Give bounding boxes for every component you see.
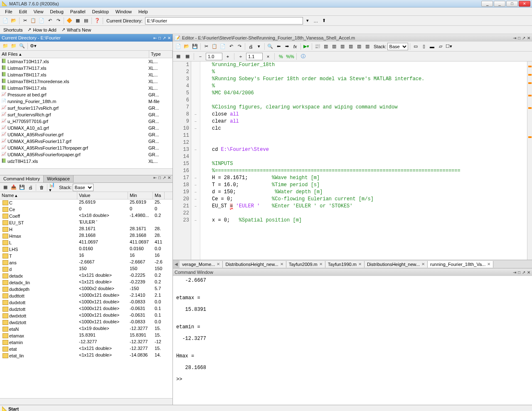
ws-col-max[interactable]: Ma bbox=[153, 192, 165, 199]
ws-row[interactable]: etaN<1x19 double>-12.327715. bbox=[0, 326, 172, 332]
file-row[interactable]: 📄running_Fourier_18th.mM-file bbox=[0, 98, 172, 105]
actions-icon[interactable]: ⚙▾ bbox=[30, 42, 37, 50]
ws-row[interactable]: etat<1x121 double>-12.327715. bbox=[0, 346, 172, 352]
ed-cell4-icon[interactable]: ▥ bbox=[347, 43, 355, 50]
ws-row[interactable]: dudztott<1000x121 double>-0.06310.1 bbox=[0, 306, 172, 313]
ws-row[interactable]: etamax15.839115.839115. bbox=[0, 332, 172, 339]
cmd-content[interactable]: -2.6667 etamax = 15.8391 etamin = -12.32… bbox=[173, 276, 532, 405]
ws-row[interactable]: EU_ST'EULER ' bbox=[0, 219, 172, 226]
editor-tab[interactable]: DistributionsHeight_new...✕ bbox=[365, 261, 428, 268]
col-type[interactable]: Type bbox=[149, 51, 172, 58]
workspace-list[interactable]: C25.691925.691925.Ce000Coeff<1x18 double… bbox=[0, 199, 172, 398]
menu-help[interactable]: Help bbox=[135, 9, 151, 14]
ed-publish-icon[interactable]: 📰 bbox=[314, 43, 321, 50]
start-icon[interactable]: 📐 bbox=[2, 406, 7, 411]
maximize-panel-icon[interactable]: ↗ bbox=[163, 36, 166, 40]
new-var-icon[interactable]: ▦ bbox=[2, 184, 9, 191]
ws-row[interactable]: L411.0697411.0697411 bbox=[0, 239, 172, 246]
ed-dock-icon[interactable]: ⇥ bbox=[513, 36, 516, 40]
minus-icon[interactable]: − bbox=[197, 53, 204, 60]
ed-cell3-icon[interactable]: ▥ bbox=[339, 43, 346, 50]
dir-dropdown-icon[interactable]: ▾ bbox=[304, 17, 311, 25]
cell-eval-icon[interactable]: ▦ bbox=[184, 53, 191, 60]
help-icon[interactable]: ❓ bbox=[94, 17, 101, 25]
new-folder-icon[interactable]: 📁 bbox=[10, 42, 17, 50]
ws-row[interactable]: C25.691925.691925. bbox=[0, 199, 172, 206]
copy-icon[interactable]: 📋 bbox=[30, 17, 37, 25]
dock-icon[interactable]: ⇤ bbox=[153, 36, 157, 40]
whats-new-link[interactable]: ↗ What's New bbox=[62, 27, 91, 32]
import-icon[interactable]: 📥 bbox=[10, 184, 17, 191]
current-dir-input[interactable] bbox=[145, 17, 303, 25]
col-name[interactable]: All Files ▴ bbox=[0, 51, 149, 58]
file-row[interactable]: 📈surf_fourier117vsRich.grfGR... bbox=[0, 105, 172, 111]
profiler-icon[interactable]: ▤ bbox=[82, 17, 90, 25]
info-icon[interactable]: ⓘ bbox=[299, 53, 307, 60]
menu-window[interactable]: Window bbox=[112, 9, 135, 14]
file-row[interactable]: 📗ListmaxT10H117.xlsXL... bbox=[0, 58, 172, 65]
tab-workspace[interactable]: Workspace bbox=[44, 175, 74, 182]
cmd-dock-icon[interactable]: ⇥ bbox=[513, 270, 516, 275]
ws-undock-icon[interactable]: □ bbox=[158, 175, 161, 182]
file-row[interactable]: 📈UDMAX_A95RvsFourier.grfGR... bbox=[0, 131, 172, 138]
ed-cell2-icon[interactable]: ▥ bbox=[330, 43, 338, 50]
menu-file[interactable]: File bbox=[2, 9, 16, 14]
undo-icon[interactable]: ↶ bbox=[46, 17, 54, 25]
layout1-icon[interactable]: ▭ bbox=[412, 43, 419, 50]
uncomment-icon[interactable]: %% bbox=[286, 53, 294, 60]
ed-save-icon[interactable]: 💾 bbox=[191, 43, 199, 50]
plus-icon[interactable]: + bbox=[224, 53, 232, 60]
file-row[interactable]: 📗ListmaxT8H117.xlsXL... bbox=[0, 71, 172, 78]
simulink-icon[interactable]: 🔶 bbox=[66, 17, 73, 25]
ws-row[interactable]: detadx_lin<1x121 double>-0.22390.2 bbox=[0, 279, 172, 286]
menu-parallel[interactable]: Parallel bbox=[67, 9, 89, 14]
ws-row[interactable]: dudttott<1000x121 double>-2.14102.1 bbox=[0, 293, 172, 299]
ed-preview-icon[interactable]: ▾ bbox=[255, 43, 263, 50]
open-file-icon[interactable]: 📂 bbox=[10, 17, 17, 25]
code-minimap[interactable] bbox=[527, 62, 532, 260]
ed-open-icon[interactable]: 📂 bbox=[183, 43, 190, 50]
ws-col-value[interactable]: Value bbox=[77, 192, 128, 199]
ed-cell6-icon[interactable]: ▥ bbox=[364, 43, 371, 50]
new-file-icon[interactable]: 📄 bbox=[2, 17, 9, 25]
paste-icon[interactable]: 📄 bbox=[38, 17, 45, 25]
maximize-button[interactable]: □ bbox=[506, 1, 518, 7]
print-ws-icon[interactable]: 🖨 bbox=[27, 184, 34, 191]
file-row[interactable]: 📗udzT8H117.xlsXL... bbox=[0, 158, 172, 165]
layout4-icon[interactable]: ▱ bbox=[437, 43, 444, 50]
divide-icon[interactable]: ÷ bbox=[237, 53, 244, 60]
ws-close-icon[interactable]: ✕ bbox=[167, 175, 171, 182]
redo-icon[interactable]: ↷ bbox=[54, 17, 62, 25]
delete-icon[interactable]: 🗑 bbox=[38, 184, 45, 191]
menu-debug[interactable]: Debug bbox=[47, 9, 66, 14]
tab-close-icon[interactable]: ✕ bbox=[421, 262, 425, 266]
ws-col-name[interactable]: Name ▴ bbox=[0, 192, 77, 199]
ws-row[interactable]: dwdztott<1000x121 double>-0.08330.0 bbox=[0, 319, 172, 326]
ws-max-icon[interactable]: ↗ bbox=[163, 175, 166, 182]
ws-row[interactable]: Ce000 bbox=[0, 206, 172, 213]
ws-row[interactable]: detadx<1x121 double>-0.22250.2 bbox=[0, 273, 172, 279]
ed-find-icon[interactable]: 🔍 bbox=[266, 43, 274, 50]
editor-tab[interactable]: Tayfun2009.m✕ bbox=[286, 261, 325, 268]
guide-icon[interactable]: ▦ bbox=[74, 17, 81, 25]
tab-scroll-left[interactable]: ◀ bbox=[173, 260, 180, 268]
ed-cut-icon[interactable]: ✂ bbox=[202, 43, 210, 50]
menu-view[interactable]: View bbox=[30, 9, 47, 14]
file-row[interactable]: 📈UDMAX_A95RvsFourierforpaper.grfGR... bbox=[0, 151, 172, 158]
menu-edit[interactable]: Edit bbox=[16, 9, 30, 14]
times-icon[interactable]: × bbox=[264, 53, 272, 60]
file-list[interactable]: 📗ListmaxT10H117.xlsXL...📗ListmaxT7H117.x… bbox=[0, 58, 172, 168]
editor-content[interactable]: 1234567891011121314151617181920212223 ––… bbox=[173, 62, 532, 260]
how-to-add-link[interactable]: ↗ How to Add bbox=[27, 27, 56, 32]
editor-tab[interactable]: running_Fourier_18th_Va...✕ bbox=[428, 261, 493, 268]
browse-dir-icon[interactable]: … bbox=[312, 17, 320, 25]
layout5-icon[interactable]: ☐▾ bbox=[445, 43, 453, 50]
find-files-icon[interactable]: 🔍 bbox=[18, 42, 26, 50]
ws-row[interactable]: Coeff<1x18 double>-1.4980...0.2 bbox=[0, 213, 172, 219]
ed-cell5-icon[interactable]: ▥ bbox=[355, 43, 363, 50]
cell-mode-icon[interactable]: ▦ bbox=[175, 53, 182, 60]
cmd-close-icon[interactable]: ✕ bbox=[527, 270, 530, 275]
ws-row[interactable]: ans-2.6667-2.6667-2.6 bbox=[0, 259, 172, 266]
cmd-max-icon[interactable]: ↗ bbox=[522, 270, 525, 275]
ed-cell1-icon[interactable]: ▥ bbox=[322, 43, 330, 50]
